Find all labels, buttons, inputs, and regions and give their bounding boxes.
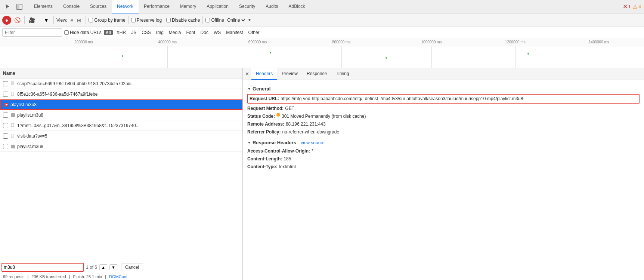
cancel-button[interactable]: Cancel: [121, 264, 143, 271]
access-control-label: Access-Control-Allow-Origin:: [247, 148, 310, 154]
preserve-log-group[interactable]: Preserve log: [131, 18, 162, 23]
list-item[interactable]: 1?metr=0&s=g017&n=381958%3B381958&t=1523…: [0, 120, 242, 131]
tick-4: 800000 ms: [332, 40, 350, 44]
status-dot-icon: [276, 113, 280, 117]
img-filter-button[interactable]: Img: [155, 30, 165, 36]
group-by-frame-group[interactable]: Group by frame: [89, 18, 125, 23]
remote-address-row: Remote Address: 88.196.221.231:443: [247, 121, 640, 127]
hide-data-urls-checkbox[interactable]: [64, 30, 69, 35]
response-headers-section-title[interactable]: ▼ Response Headers view source: [247, 140, 640, 145]
clear-button[interactable]: 🚫: [13, 16, 22, 25]
tab-security[interactable]: Security: [234, 0, 260, 13]
tab-elements[interactable]: Elements: [29, 0, 58, 13]
disable-cache-checkbox[interactable]: [166, 18, 171, 22]
camera-button[interactable]: 🎥: [27, 16, 36, 25]
search-next-button[interactable]: ▼: [109, 264, 117, 270]
warn-badge: ⚠ 4: [633, 4, 641, 10]
tab-response[interactable]: Response: [302, 68, 331, 80]
font-filter-button[interactable]: Font: [185, 30, 197, 36]
media-filter-button[interactable]: Media: [167, 30, 183, 36]
doc-filter-button[interactable]: Doc: [199, 30, 210, 36]
bottom-status: 99 requests | 236 KB transferred | Finis…: [0, 273, 242, 280]
list-item-checkbox[interactable]: [3, 123, 8, 128]
collapse-triangle-icon: ▼: [247, 141, 251, 145]
disable-cache-label: Disable cache: [172, 18, 200, 23]
tick-3: 600000 ms: [248, 40, 267, 44]
list-item-checkbox[interactable]: [3, 81, 8, 86]
tab-separator: [27, 3, 27, 11]
dom-content-link[interactable]: DOMCont...: [109, 274, 131, 279]
graph-dot-4: [527, 53, 529, 55]
tab-adblock[interactable]: AdBlock: [284, 0, 310, 13]
svg-rect-1: [17, 4, 19, 9]
tab-preview[interactable]: Preview: [277, 68, 302, 80]
tab-timing[interactable]: Timing: [331, 68, 354, 80]
close-panel-button[interactable]: ✕: [243, 68, 251, 80]
js-filter-button[interactable]: JS: [130, 30, 138, 36]
manifest-filter-button[interactable]: Manifest: [225, 30, 244, 36]
list-item[interactable]: 8f5e1c36-a65f-4936-aa5d-7467a9f1febe: [0, 89, 242, 99]
view-source-link[interactable]: view source: [301, 140, 324, 145]
tab-sources[interactable]: Sources: [85, 0, 112, 13]
svg-rect-10: [11, 134, 14, 137]
list-header: Name: [0, 68, 242, 79]
tab-performance[interactable]: Performance: [139, 0, 175, 13]
group-by-frame-checkbox[interactable]: [89, 18, 93, 22]
hide-data-urls-group[interactable]: Hide data URLs: [64, 30, 102, 35]
list-item[interactable]: script?space=6699795f-b80d-4bb0-9180-207…: [0, 79, 242, 89]
view-grid-button[interactable]: ⊞: [75, 16, 83, 24]
search-prev-button[interactable]: ▲: [99, 264, 107, 270]
css-filter-button[interactable]: CSS: [140, 30, 152, 36]
remote-address-label: Remote Address:: [247, 121, 284, 127]
toolbar-divider-5: [128, 16, 129, 24]
graph-line-3: [258, 46, 258, 68]
ws-filter-button[interactable]: WS: [212, 30, 222, 36]
filter-button[interactable]: ▼: [42, 16, 51, 25]
list-item-checkbox[interactable]: [3, 133, 8, 139]
tick-5: 1000000 ms: [421, 40, 442, 44]
doc-icon: [10, 92, 16, 97]
view-icons: ≡ ⊞: [69, 16, 83, 24]
list-item-checkbox[interactable]: [3, 144, 8, 149]
list-item-checkbox[interactable]: [3, 113, 8, 118]
list-item-text: playlist.m3u8: [17, 144, 239, 149]
toolbar-divider-4: [86, 16, 86, 24]
preserve-log-checkbox[interactable]: [131, 18, 136, 22]
view-list-button[interactable]: ≡: [69, 16, 75, 24]
all-filter-button[interactable]: All: [104, 30, 113, 35]
list-item[interactable]: visit-data?sv=5: [0, 131, 242, 141]
list-item[interactable]: playlist.m3u8: [0, 141, 242, 152]
preserve-log-label: Preserve log: [137, 18, 162, 23]
record-button[interactable]: ●: [2, 16, 11, 25]
other-filter-button[interactable]: Other: [247, 30, 261, 36]
filter-input[interactable]: [2, 28, 62, 37]
list-item-checkbox[interactable]: [3, 92, 8, 97]
tab-headers[interactable]: Headers: [251, 68, 277, 80]
dock-icon[interactable]: [13, 4, 25, 10]
tab-audits[interactable]: Audits: [260, 0, 283, 13]
search-input[interactable]: [4, 265, 81, 270]
view-label: View:: [56, 18, 67, 23]
content-length-row: Content-Length: 185: [247, 156, 640, 162]
graph-line-5: [431, 46, 432, 68]
list-item[interactable]: playlist.m3u8: [0, 110, 242, 120]
tab-memory[interactable]: Memory: [175, 0, 201, 13]
status-bar: 1 of 6 ▲ ▼ Cancel: [0, 261, 242, 273]
general-section-title[interactable]: ▼ General: [247, 86, 640, 92]
offline-group[interactable]: Offline: [205, 18, 224, 23]
dropdown-arrow-icon[interactable]: ▼: [248, 18, 251, 22]
cursor-icon[interactable]: [1, 4, 13, 10]
request-method-row: Request Method: GET: [247, 105, 640, 112]
tab-network[interactable]: Network: [112, 0, 139, 13]
xhr-filter-button[interactable]: XHR: [115, 30, 127, 36]
tab-application[interactable]: Application: [201, 0, 234, 13]
tab-console[interactable]: Console: [58, 0, 85, 13]
list-body: script?space=6699795f-b80d-4bb0-9180-207…: [0, 79, 242, 261]
request-url-value: https://mtg-vod-http.babahhcdn.com/mtg/_…: [281, 95, 523, 102]
toolbar-divider-6: [202, 16, 203, 24]
online-dropdown[interactable]: Online: [226, 17, 246, 23]
main-content: Name script?space=6699795f-b80d-4bb0-918…: [0, 68, 644, 280]
list-item-selected[interactable]: playlist.m3u8: [0, 99, 242, 110]
offline-checkbox[interactable]: [205, 18, 210, 22]
disable-cache-group[interactable]: Disable cache: [166, 18, 200, 23]
